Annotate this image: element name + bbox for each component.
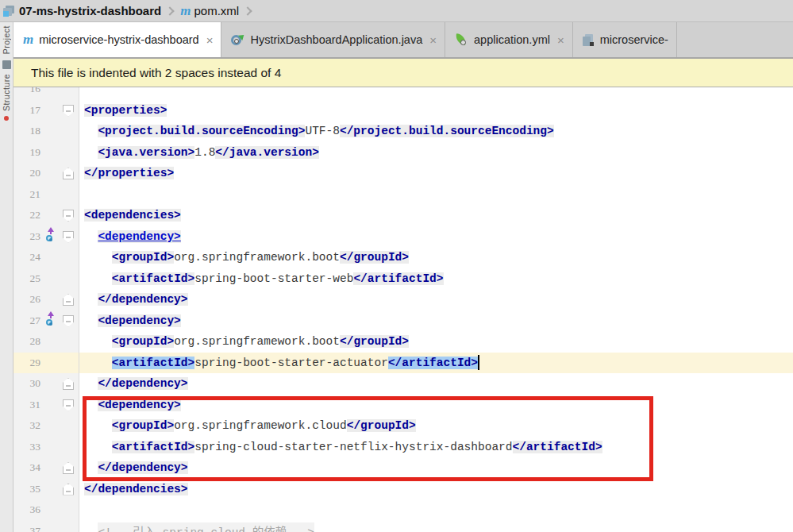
line-number: 34 <box>13 461 42 474</box>
xml-tag: </artifactId> <box>388 357 478 369</box>
xml-tag: <dependency> <box>98 314 180 327</box>
editor-line[interactable]: 34 </dependency> <box>13 457 793 479</box>
editor-line[interactable]: 23 <dependency> <box>13 226 793 248</box>
editor-line[interactable]: 27 <dependency> <box>13 310 793 332</box>
editor-line[interactable]: 36 <box>13 499 793 521</box>
editor-line[interactable]: 17 <properties> <box>13 100 793 121</box>
editor-line[interactable]: 20 </properties> <box>13 163 793 184</box>
xml-tag: </project.build.sourceEncoding> <box>340 125 554 137</box>
xml-text: 1.8 <box>194 146 215 159</box>
line-number: 21 <box>13 188 42 201</box>
fold-start-icon[interactable] <box>63 399 74 411</box>
editor-line[interactable]: 31 <dependency> <box>13 395 793 416</box>
xml-tag: <groupId> <box>112 335 174 348</box>
breadcrumb-module[interactable]: 07-ms-hystrix-dashboard <box>19 4 161 17</box>
code-line-text <box>79 184 793 206</box>
xml-text: org.springframework.boot <box>174 335 340 348</box>
fold-end-icon[interactable] <box>63 378 74 390</box>
maven-update-icon[interactable] <box>46 227 56 246</box>
editor-line[interactable]: 35 </dependencies> <box>13 479 793 500</box>
line-number: 17 <box>13 104 42 117</box>
editor-line[interactable]: 21 <box>13 184 793 206</box>
editor-gutter: 16 <box>13 87 79 100</box>
tab-label: microservice- <box>600 33 668 46</box>
fold-start-icon[interactable] <box>63 231 74 243</box>
code-line-text: <groupId>org.springframework.boot</group… <box>79 247 793 268</box>
xml-tag: <properties> <box>84 104 167 117</box>
tool-stripe-icon[interactable] <box>2 60 11 69</box>
fold-start-icon[interactable] <box>63 315 74 327</box>
fold-end-icon[interactable] <box>63 294 74 306</box>
editor-tab-1[interactable]: m microservice-hystrix-dashboard × <box>13 22 221 57</box>
editor-gutter: 27 <box>13 310 79 332</box>
code-line-text: <dependency> <box>79 226 793 248</box>
editor-gutter: 18 <box>13 121 79 142</box>
tab-close-icon[interactable]: × <box>206 34 214 46</box>
editor-gutter: 29 <box>13 353 79 374</box>
xml-tag: </dependency> <box>98 293 187 306</box>
tool-stripe-project-label[interactable]: Project <box>2 25 11 54</box>
editor-gutter: 22 <box>13 205 79 226</box>
maven-update-icon[interactable] <box>46 311 56 330</box>
code-line-text: <artifactId>spring-boot-starter-actuator… <box>79 353 793 374</box>
editor-line[interactable]: 37 <!-- 引入 spring-cloud 的依赖 --> <box>13 521 793 532</box>
tool-stripe-structure-label[interactable]: Structure <box>2 74 11 111</box>
xml-text: spring-boot-starter-actuator <box>194 357 388 369</box>
code-line-text: <properties> <box>79 100 793 121</box>
line-number: 24 <box>13 251 42 264</box>
fold-end-icon[interactable] <box>63 484 74 495</box>
editor-gutter: 33 <box>13 437 79 458</box>
xml-comment: <!-- 引入 spring-cloud 的依赖 --> <box>98 522 314 532</box>
code-line-text: </properties> <box>79 163 793 184</box>
line-number: 32 <box>13 419 42 432</box>
xml-tag: </dependencies> <box>84 483 188 495</box>
xml-text: spring-boot-starter-web <box>194 272 353 285</box>
code-line-text: </dependency> <box>79 457 793 479</box>
xml-tag: </dependency> <box>98 461 187 474</box>
editor-tab-2[interactable]: HystrixDashboardApplication.java × <box>221 22 445 57</box>
fold-start-icon[interactable] <box>63 210 74 222</box>
code-line-text: </dependencies> <box>79 479 793 500</box>
code-line-text: <dependencies> <box>79 205 793 226</box>
editor-line[interactable]: 29 <artifactId>spring-boot-starter-actua… <box>13 353 793 374</box>
xml-tag: </properties> <box>84 167 174 179</box>
editor-gutter: 25 <box>13 268 79 290</box>
editor-gutter: 19 <box>13 142 79 164</box>
tab-close-icon[interactable]: × <box>429 34 437 46</box>
code-line-text: <artifactId>spring-cloud-starter-netflix… <box>79 437 793 458</box>
tab-close-icon[interactable]: × <box>557 34 564 46</box>
fold-start-icon[interactable] <box>63 105 74 117</box>
code-line-text <box>79 499 793 521</box>
editor-line[interactable]: 26 </dependency> <box>13 289 793 310</box>
editor-line[interactable]: 16 <box>13 87 793 100</box>
editor-line[interactable]: 25 <artifactId>spring-boot-starter-web</… <box>13 268 793 290</box>
editor-line[interactable]: 19 <java.version>1.8</java.version> <box>13 142 793 164</box>
editor-gutter: 35 <box>13 479 79 500</box>
tab-label: HystrixDashboardApplication.java <box>250 33 422 46</box>
editor-line[interactable]: 30 </dependency> <box>13 373 793 395</box>
xml-tag: <artifactId> <box>112 272 194 285</box>
code-line-text: <!-- 引入 spring-cloud 的依赖 --> <box>79 521 793 532</box>
breadcrumb-file[interactable]: pom.xml <box>194 4 239 17</box>
editor-gutter: 20 <box>13 163 79 184</box>
spring-leaf-icon <box>455 33 468 46</box>
fold-end-icon[interactable] <box>63 168 74 179</box>
tab-label: application.yml <box>474 33 550 46</box>
editor-line[interactable]: 22 <dependencies> <box>13 205 793 226</box>
editor-line[interactable]: 18 <project.build.sourceEncoding>UTF-8</… <box>13 121 793 142</box>
indent-warning-text: This file is indented with 2 spaces inst… <box>31 66 281 80</box>
code-editor[interactable]: 16 17 <properties> 18 <project.build.sou… <box>13 87 793 532</box>
editor-gutter: 32 <box>13 415 79 437</box>
editor-tab-4[interactable]: microservice- <box>573 22 677 57</box>
editor-tab-bar: m microservice-hystrix-dashboard × Hystr… <box>13 22 793 59</box>
editor-line[interactable]: 24 <groupId>org.springframework.boot</gr… <box>13 247 793 268</box>
code-line-text: <project.build.sourceEncoding>UTF-8</pro… <box>79 121 793 142</box>
editor-line[interactable]: 32 <groupId>org.springframework.cloud</g… <box>13 415 793 437</box>
editor-line[interactable]: 33 <artifactId>spring-cloud-starter-netf… <box>13 437 793 458</box>
line-number: 16 <box>13 87 42 95</box>
editor-line[interactable]: 28 <groupId>org.springframework.boot</gr… <box>13 331 793 353</box>
editor-tab-3[interactable]: application.yml × <box>445 22 573 57</box>
breadcrumb: 07-ms-hystrix-dashboard m pom.xml <box>0 0 793 22</box>
xml-tag: </groupId> <box>340 335 409 348</box>
fold-end-icon[interactable] <box>63 462 74 474</box>
